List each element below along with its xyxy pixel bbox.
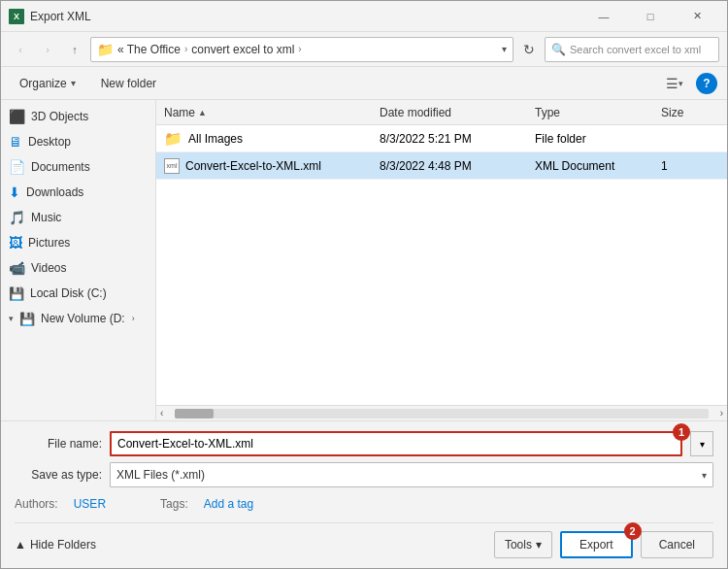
sidebar-item-documents[interactable]: 📄 Documents [1, 154, 155, 180]
scroll-track[interactable] [175, 409, 708, 418]
file-name: Convert-Excel-to-XML.xml [185, 159, 321, 173]
col-name-label: Name [164, 106, 195, 119]
file-date: 8/3/2022 5:21 PM [380, 132, 535, 146]
file-name-cell: 📁 All Images [164, 130, 380, 148]
scroll-right-icon[interactable]: › [716, 408, 727, 418]
dialog-title: Export XML [30, 10, 581, 23]
tools-dropdown-icon: ▾ [536, 538, 542, 552]
help-button[interactable]: ? [696, 73, 717, 94]
sidebar: ⬛ 3D Objects 🖥 Desktop 📄 Documents ⬇ Dow… [1, 100, 156, 420]
file-type: File folder [535, 132, 661, 146]
file-name: All Images [188, 132, 243, 146]
desktop-icon: 🖥 [9, 134, 22, 150]
new-volume-icon: 💾 [19, 312, 35, 326]
savetype-row: Save as type: XML Files (*.xml) ▾ [15, 462, 713, 487]
hide-folders-label: Hide Folders [30, 538, 96, 552]
table-row[interactable]: 📁 All Images 8/3/2022 5:21 PM File folde… [156, 125, 727, 152]
sidebar-item-3d-objects[interactable]: ⬛ 3D Objects [1, 104, 155, 129]
filename-label: File name: [15, 437, 102, 451]
tags-value[interactable]: Add a tag [204, 497, 253, 511]
minimize-button[interactable]: — [581, 1, 626, 32]
sidebar-item-music[interactable]: 🎵 Music [1, 205, 155, 230]
breadcrumb[interactable]: 📁 « The Office › convert excel to xml › … [90, 37, 513, 62]
tools-button[interactable]: Tools ▾ [494, 531, 552, 558]
organize-label: Organize [19, 77, 67, 90]
nav-bar: ‹ › ↑ 📁 « The Office › convert excel to … [1, 32, 727, 67]
sidebar-label-documents: Documents [31, 160, 90, 174]
filename-dropdown-button[interactable]: ▾ [690, 431, 713, 456]
export-btn-wrapper: Export 2 [560, 531, 633, 558]
organize-button[interactable]: Organize ▾ [11, 72, 84, 95]
sidebar-item-local-disk[interactable]: 💾 Local Disk (C:) [1, 281, 155, 306]
file-type: XML Document [535, 159, 661, 173]
music-icon: 🎵 [9, 210, 25, 225]
bottom-form: File name: 1 ▾ Save as type: XML Files (… [1, 420, 727, 568]
new-folder-button[interactable]: New folder [92, 72, 165, 95]
col-date-label: Date modified [380, 106, 451, 119]
window-controls: — □ ✕ [581, 1, 719, 32]
scroll-thumb[interactable] [175, 409, 214, 418]
sidebar-label-pictures: Pictures [28, 236, 70, 250]
sidebar-label-videos: Videos [31, 261, 66, 275]
hide-folders-button[interactable]: ▲ Hide Folders [15, 538, 96, 552]
savetype-value: XML Files (*.xml) [116, 468, 205, 482]
sidebar-label-downloads: Downloads [26, 185, 83, 199]
sidebar-item-videos[interactable]: 📹 Videos [1, 255, 155, 281]
app-icon: X [9, 9, 24, 24]
savetype-dropdown[interactable]: XML Files (*.xml) ▾ [110, 462, 713, 487]
scroll-area: ‹ › [156, 405, 727, 420]
savetype-label: Save as type: [15, 468, 102, 482]
local-disk-icon: 💾 [9, 286, 24, 301]
file-name-cell: xml Convert-Excel-to-XML.xml [164, 158, 380, 174]
file-list-header: Name ▲ Date modified Type Size [156, 100, 727, 125]
folder-icon: 📁 [164, 130, 182, 148]
filename-input[interactable] [110, 431, 682, 456]
sidebar-label-desktop: Desktop [28, 135, 71, 149]
cancel-button[interactable]: Cancel [641, 531, 713, 558]
sidebar-item-new-volume[interactable]: ▾ 💾 New Volume (D: › [1, 306, 155, 331]
breadcrumb-part1: « The Office [117, 43, 181, 56]
file-area: Name ▲ Date modified Type Size 📁 [156, 100, 727, 420]
breadcrumb-part2: convert excel to xml [191, 43, 294, 56]
col-size-header[interactable]: Size [661, 106, 719, 119]
maximize-button[interactable]: □ [628, 1, 673, 32]
organize-dropdown-icon: ▾ [71, 78, 76, 88]
col-type-header[interactable]: Type [535, 106, 661, 119]
tags-label: Tags: [160, 497, 188, 511]
export-xml-dialog: X Export XML — □ ✕ ‹ › ↑ 📁 « The Office … [0, 0, 728, 569]
close-button[interactable]: ✕ [675, 1, 719, 32]
back-button[interactable]: ‹ [9, 38, 32, 61]
toolbar: Organize ▾ New folder ☰ ▾ ? [1, 67, 727, 100]
sidebar-item-pictures[interactable]: 🖼 Pictures [1, 230, 155, 255]
title-bar: X Export XML — □ ✕ [1, 1, 727, 32]
col-name-header[interactable]: Name ▲ [164, 106, 380, 119]
new-volume-chevron: › [132, 314, 135, 323]
authors-label: Authors: [15, 497, 58, 511]
refresh-button[interactable]: ↻ [517, 38, 541, 61]
col-date-header[interactable]: Date modified [380, 106, 535, 119]
breadcrumb-sep1: › [184, 44, 187, 54]
export-button[interactable]: Export [560, 531, 633, 558]
breadcrumb-dropdown[interactable]: ▾ [502, 44, 507, 54]
scroll-left-icon[interactable]: ‹ [156, 408, 167, 418]
sidebar-item-desktop[interactable]: 🖥 Desktop [1, 129, 155, 154]
search-icon: 🔍 [551, 43, 566, 56]
breadcrumb-sep2: › [298, 44, 301, 54]
up-button[interactable]: ↑ [63, 38, 86, 61]
file-date: 8/3/2022 4:48 PM [380, 159, 535, 173]
cancel-label: Cancel [659, 538, 695, 552]
3d-objects-icon: ⬛ [9, 109, 25, 124]
main-content: ⬛ 3D Objects 🖥 Desktop 📄 Documents ⬇ Dow… [1, 100, 727, 420]
forward-button[interactable]: › [36, 38, 59, 61]
downloads-icon: ⬇ [9, 184, 20, 200]
tools-label: Tools [505, 538, 532, 552]
view-button[interactable]: ☰ ▾ [661, 72, 688, 95]
table-row[interactable]: xml Convert-Excel-to-XML.xml 8/3/2022 4:… [156, 152, 727, 180]
authors-value[interactable]: USER [74, 497, 106, 511]
authors-row: Authors: USER Tags: Add a tag [15, 493, 713, 515]
expand-icon: ▾ [9, 314, 14, 323]
new-folder-label: New folder [101, 77, 156, 90]
col-size-label: Size [661, 106, 683, 119]
sidebar-item-downloads[interactable]: ⬇ Downloads [1, 180, 155, 205]
badge-1: 1 [673, 423, 690, 441]
